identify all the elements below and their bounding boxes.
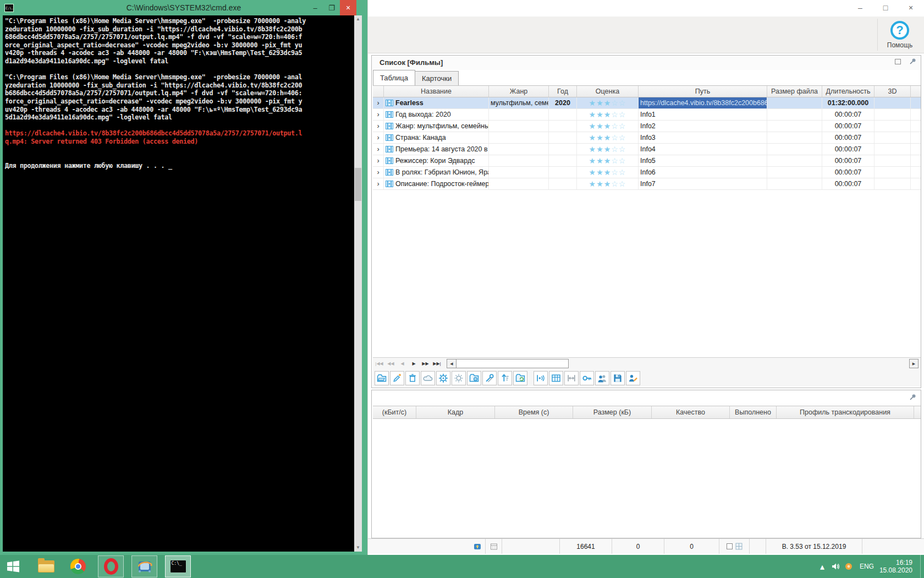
cmd-titlebar[interactable]: C:\. C:\Windows\SYSTEM32\cmd.exe – ❐ × <box>0 0 367 15</box>
scroll-right-button[interactable]: ▶ <box>909 359 919 368</box>
table-row[interactable]: › Fearless мультфильм, семейны 2020 ★★★☆… <box>373 97 921 109</box>
column-header-genre[interactable]: Жанр <box>489 86 549 97</box>
statusbar-schedule-button[interactable] <box>486 539 502 554</box>
movie-rating[interactable]: ★★★☆☆ <box>577 144 639 155</box>
cloud-button[interactable] <box>421 371 435 385</box>
column-header-name[interactable]: Название <box>384 86 489 97</box>
row-expander-icon[interactable]: › <box>373 144 384 155</box>
column-resize-button[interactable] <box>564 371 579 385</box>
delete-button[interactable] <box>405 371 420 385</box>
settings-button[interactable] <box>436 371 450 385</box>
nav-last-button[interactable]: ▶▶| <box>432 359 442 368</box>
row-expander-icon[interactable]: › <box>373 155 384 166</box>
row-expander-icon[interactable]: › <box>373 121 384 132</box>
folder-settings-button[interactable] <box>467 371 481 385</box>
tab-cards[interactable]: Карточки <box>415 71 459 85</box>
movie-rating[interactable]: ★★★☆☆ <box>577 121 639 132</box>
movie-path[interactable]: Info1 <box>639 109 767 120</box>
panel-pin-icon[interactable] <box>909 58 916 66</box>
taskbar-clock[interactable]: 16:19 15.08.2020 <box>879 559 912 574</box>
statusbar-checkbox[interactable] <box>727 543 733 549</box>
hidden-icons-button[interactable]: ▴ <box>816 561 829 572</box>
taskbar-file-explorer[interactable] <box>34 555 58 578</box>
column-header-filesize[interactable]: Размер файла <box>767 86 822 97</box>
users-button[interactable] <box>595 371 609 385</box>
column-header-year[interactable]: Год <box>549 86 577 97</box>
start-button[interactable] <box>0 555 26 578</box>
column-header-path[interactable]: Путь <box>639 86 767 97</box>
movie-path[interactable]: Info6 <box>639 167 767 178</box>
nav-first-button[interactable]: |◀◀ <box>374 359 384 368</box>
cmd-minimize-button[interactable]: – <box>307 0 323 15</box>
movie-path[interactable]: Info5 <box>639 155 767 166</box>
nav-prior-button[interactable]: ◀ <box>397 359 408 368</box>
language-indicator[interactable]: ENG <box>860 563 874 570</box>
table-row[interactable]: › Страна: Канада ★★★☆☆ Info3 00:00:07 <box>373 132 921 144</box>
app-titlebar[interactable]: – □ × <box>368 0 924 17</box>
movie-path[interactable]: https://dlcache4.vibio.tv/8b38fc2c200b68… <box>639 97 767 108</box>
help-button[interactable]: ? Помощь <box>881 18 919 51</box>
brightness-button[interactable] <box>452 371 466 385</box>
table-row[interactable]: › Год выхода: 2020 ★★★☆☆ Info1 00:00:07 <box>373 109 921 121</box>
table-row[interactable]: › Описание: Подросток-геймер вы ★★★☆☆ In… <box>373 178 921 190</box>
column-header-3d[interactable]: 3D <box>875 86 911 97</box>
scroll-down-icon[interactable]: ▼ <box>354 544 362 552</box>
cmd-maximize-button[interactable]: ❐ <box>323 0 340 15</box>
nav-next-page-button[interactable]: ▶▶ <box>420 359 431 368</box>
scroll-left-icon[interactable]: ◀ <box>447 359 457 368</box>
statusbar-update-button[interactable] <box>469 539 486 554</box>
movie-path[interactable]: Info7 <box>639 178 767 189</box>
row-expander-icon[interactable]: › <box>373 109 384 120</box>
movie-path[interactable]: Info4 <box>639 144 767 155</box>
scroll-up-icon[interactable]: ▲ <box>354 15 362 23</box>
hms-tray-icon[interactable] <box>842 563 855 570</box>
table-row[interactable]: › В ролях: Гэбриэл Юнион, Яра Ша ★★★☆☆ I… <box>373 167 921 178</box>
nav-prior-page-button[interactable]: ◀◀ <box>386 359 396 368</box>
column-header-quality[interactable]: Качество <box>652 406 730 418</box>
horizontal-scrollbar[interactable]: ◀ <box>447 359 569 368</box>
column-header-rating[interactable]: Оценка <box>577 86 639 97</box>
sort-button[interactable] <box>498 371 512 385</box>
column-header-bitrate[interactable]: (кБит/с) <box>373 406 416 418</box>
volume-icon[interactable] <box>829 562 842 571</box>
movie-rating[interactable]: ★★★☆☆ <box>577 155 639 166</box>
cmd-close-button[interactable]: × <box>340 0 356 15</box>
open-folder-button[interactable] <box>375 371 389 385</box>
row-expander-icon[interactable]: › <box>373 167 384 178</box>
grid-settings-button[interactable] <box>549 371 563 385</box>
table-row[interactable]: › Режиссер: Кори Эдвардс ★★★☆☆ Info5 00:… <box>373 155 921 167</box>
profile-edit-button[interactable] <box>626 371 640 385</box>
movie-rating[interactable]: ★★★☆☆ <box>577 132 639 143</box>
table-row[interactable]: › Премьера: 14 августа 2020 в мир ★★★☆☆ … <box>373 144 921 155</box>
taskbar-home-media-server[interactable] <box>131 555 157 577</box>
cmd-vertical-scrollbar[interactable]: ▲ ▼ <box>354 15 362 552</box>
app-close-button[interactable]: × <box>901 1 921 14</box>
grid-small-icon[interactable] <box>735 543 743 550</box>
table-row[interactable]: › Жанр: мультфильм, семейный, ко ★★★☆☆ I… <box>373 121 921 132</box>
column-header-duration[interactable]: Длительность <box>822 86 875 97</box>
taskbar-command-prompt[interactable]: C:\_ <box>165 555 191 577</box>
row-expander-icon[interactable]: › <box>373 97 384 108</box>
panel-pin-icon[interactable] <box>909 394 916 401</box>
taskbar-chrome[interactable] <box>66 555 90 578</box>
cmd-scrollbar-thumb[interactable] <box>355 168 361 201</box>
nav-next-button[interactable]: ▶ <box>409 359 419 368</box>
taskbar-opera[interactable] <box>98 555 124 577</box>
row-expander-icon[interactable]: › <box>373 178 384 189</box>
movie-path[interactable]: Info3 <box>639 132 767 143</box>
app-minimize-button[interactable]: – <box>850 1 870 14</box>
broadcast-button[interactable] <box>534 371 548 385</box>
edit-button[interactable] <box>390 371 404 385</box>
show-desktop-button[interactable] <box>920 555 924 578</box>
column-header-frame[interactable]: Кадр <box>416 406 495 418</box>
panel-restore-icon[interactable] <box>895 59 901 64</box>
key-button[interactable] <box>580 371 594 385</box>
app-maximize-button[interactable]: □ <box>876 1 895 14</box>
movie-rating[interactable]: ★★★☆☆ <box>577 178 639 189</box>
movie-rating[interactable]: ★★★☆☆ <box>577 109 639 120</box>
tools-button[interactable] <box>482 371 497 385</box>
tab-table[interactable]: Таблица <box>373 70 415 85</box>
row-expander-icon[interactable]: › <box>373 132 384 143</box>
movie-rating[interactable]: ★★★☆☆ <box>577 167 639 178</box>
folder-refresh-button[interactable] <box>513 371 527 385</box>
